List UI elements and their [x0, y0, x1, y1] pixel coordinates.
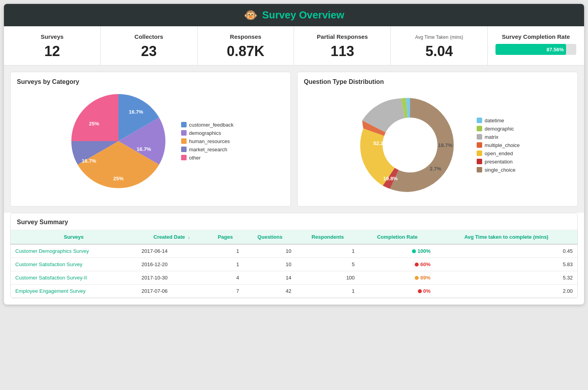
kpi-collectors-label: Collectors [109, 33, 189, 40]
kpi-responses-label: Responses [205, 33, 286, 40]
completion-value: 89% [420, 275, 430, 281]
legend-label-demographics: demographics [189, 130, 221, 136]
cell-survey-name[interactable]: Customer Demographics Survey [11, 244, 137, 258]
th-created-date[interactable]: Created Date ↓ [137, 230, 207, 244]
completion-bar-container: 87.56% [495, 44, 576, 55]
legend-label-single-choice: single_choice [485, 167, 515, 173]
svg-text:52.2%: 52.2% [374, 140, 388, 146]
th-respondents: Respondents [296, 230, 359, 244]
cell-questions: 14 [244, 271, 296, 285]
table-header-row: Surveys Created Date ↓ Pages Questions R… [11, 230, 577, 244]
cell-survey-name[interactable]: Employee Engagement Survey [11, 285, 137, 298]
question-type-title: Question Type Distribution [304, 78, 571, 85]
legend-item-human-resources: human_resources [181, 138, 233, 144]
legend-color-market-research [181, 147, 187, 152]
survey-summary-section: Survey Summary Surveys Created Date ↓ Pa… [10, 213, 578, 298]
legend-label-multiple-choice: multiple_choice [485, 142, 520, 148]
app-header: 🐵 Survey Overview [4, 4, 584, 26]
cell-pages: 4 [207, 271, 244, 285]
cell-created-date: 2017-10-30 [137, 271, 207, 285]
svg-text:16.7%: 16.7% [129, 109, 143, 115]
surveys-by-category-title: Surveys by Category [17, 78, 284, 85]
completion-value: 100% [417, 248, 430, 254]
legend-item-demographic: demographic [477, 126, 520, 132]
kpi-surveys: Surveys 12 [4, 26, 101, 65]
svg-text:25%: 25% [89, 121, 99, 127]
svg-text:2.7%: 2.7% [430, 166, 441, 172]
th-surveys: Surveys [11, 230, 137, 244]
legend-color-datetime [477, 118, 482, 123]
kpi-responses: Responses 0.87K [198, 26, 294, 65]
completion-bar-fill: 87.56% [495, 44, 566, 55]
cell-pages: 7 [207, 285, 244, 298]
completion-dot [418, 289, 422, 293]
kpi-completion-rate: Survey Completion Rate 87.56% [488, 26, 584, 65]
survey-summary-title: Survey Summary [11, 213, 577, 230]
legend-color-other [181, 155, 187, 160]
cell-avg-time: 2.00 [435, 285, 577, 298]
legend-color-matrix [477, 134, 482, 140]
legend-color-single-choice [477, 167, 482, 172]
cell-survey-name[interactable]: Customer Satisfaction Survey [11, 258, 137, 271]
completion-dot [415, 263, 419, 267]
legend-label-human-resources: human_resources [189, 138, 230, 144]
legend-color-human-resources [181, 138, 187, 144]
cell-completion: 0% [359, 285, 436, 298]
app-logo-icon: 🐵 [244, 9, 258, 22]
legend-item-customer-feedback: customer_feedback [181, 122, 233, 128]
sort-icon-created-date: ↓ [188, 235, 190, 239]
svg-text:16.7%: 16.7% [82, 158, 96, 164]
cell-avg-time: 0.45 [435, 244, 577, 258]
cell-respondents: 100 [296, 271, 359, 285]
svg-text:18.7%: 18.7% [438, 142, 453, 148]
legend-color-demographics [181, 130, 187, 136]
legend-item-demographics: demographics [181, 130, 233, 136]
cell-survey-name[interactable]: Customer Satisfaction Survey-II [11, 271, 137, 285]
completion-dot [412, 249, 416, 253]
app-title: Survey Overview [262, 9, 345, 21]
kpi-row: Surveys 12 Collectors 23 Responses 0.87K… [4, 26, 584, 65]
cell-respondents: 5 [296, 258, 359, 271]
kpi-avg-time: Avg Time Taken (mins) 5.04 [391, 26, 488, 65]
kpi-completion-label: Survey Completion Rate [495, 33, 576, 40]
cell-respondents: 1 [296, 244, 359, 258]
legend-color-demographic [477, 126, 482, 131]
cell-questions: 10 [244, 244, 296, 258]
kpi-partial-value: 113 [302, 43, 383, 60]
legend-label-other: other [189, 155, 201, 161]
kpi-surveys-value: 12 [12, 43, 93, 60]
legend-color-open-ended [477, 151, 482, 156]
legend-item-matrix: matrix [477, 134, 520, 140]
legend-label-customer-feedback: customer_feedback [189, 122, 233, 128]
surveys-by-category-card: Surveys by Category [10, 72, 291, 207]
cell-completion: 89% [359, 271, 436, 285]
kpi-avg-time-value: 5.04 [399, 43, 479, 60]
question-type-content: 18.7% 2.7% 19.8% 52.2% datetime demograp… [304, 90, 571, 200]
pie-chart-legend: customer_feedback demographics human_res… [181, 122, 233, 161]
legend-color-multiple-choice [477, 142, 482, 148]
legend-item-multiple-choice: multiple_choice [477, 142, 520, 148]
legend-color-presentation [477, 159, 482, 164]
table-row: Customer Demographics Survey 2017-06-14 … [11, 244, 577, 258]
cell-avg-time: 5.32 [435, 271, 577, 285]
legend-label-open-ended: open_ended [485, 151, 513, 156]
question-type-card: Question Type Distribution [297, 72, 578, 207]
table-row: Employee Engagement Survey 2017-07-06 7 … [11, 285, 577, 298]
th-questions: Questions [244, 230, 296, 244]
legend-item-single-choice: single_choice [477, 167, 520, 173]
svg-point-5 [383, 118, 437, 172]
kpi-collectors: Collectors 23 [101, 26, 198, 65]
cell-created-date: 2016-12-20 [137, 258, 207, 271]
cell-created-date: 2017-06-14 [137, 244, 207, 258]
completion-bar-text: 87.56% [546, 47, 564, 53]
th-completion-rate: Completion Rate [359, 230, 436, 244]
cell-pages: 1 [207, 258, 244, 271]
kpi-collectors-value: 23 [109, 43, 189, 60]
cell-completion: 60% [359, 258, 436, 271]
charts-row: Surveys by Category [4, 65, 584, 213]
surveys-by-category-content: 16.7% 16.7% 25% 16.7% 25% customer_feedb… [17, 90, 284, 192]
kpi-surveys-label: Surveys [12, 33, 93, 40]
svg-text:19.8%: 19.8% [383, 176, 398, 181]
cell-questions: 10 [244, 258, 296, 271]
cell-questions: 42 [244, 285, 296, 298]
